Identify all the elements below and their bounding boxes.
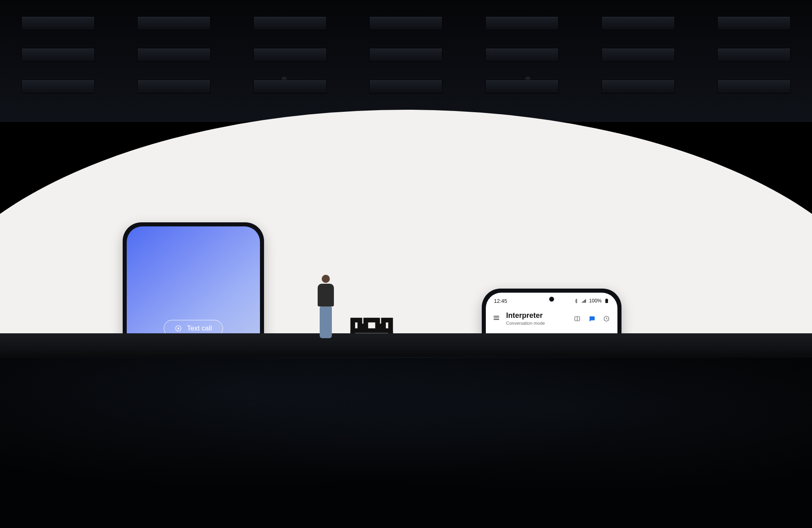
svg-rect-3 bbox=[606, 298, 607, 299]
status-time: 12:45 bbox=[494, 298, 507, 304]
battery-percent: 100% bbox=[589, 298, 602, 304]
svg-rect-2 bbox=[605, 299, 608, 303]
play-circle-icon bbox=[175, 325, 182, 332]
presenter-person bbox=[313, 275, 339, 340]
keynote-stage-photo: Text call Live translate bbox=[0, 0, 812, 528]
dual-pane-icon[interactable] bbox=[573, 314, 582, 323]
phone-mockup-left: Text call Live translate bbox=[123, 222, 264, 337]
battery-icon bbox=[604, 298, 609, 304]
audience-crowd bbox=[0, 358, 812, 528]
phone-mockup-right: 12:45 100% Interpreter Conversation mo bbox=[482, 289, 621, 337]
interpreter-header: Interpreter Conversation mode bbox=[486, 309, 617, 330]
chat-bubble-icon[interactable] bbox=[587, 314, 596, 323]
menu-icon[interactable] bbox=[492, 314, 500, 324]
presentation-screen: Text call Live translate bbox=[0, 110, 812, 337]
app-subtitle: Conversation mode bbox=[506, 321, 545, 326]
bluetooth-icon bbox=[574, 298, 579, 304]
history-icon[interactable] bbox=[602, 314, 611, 323]
app-title: Interpreter bbox=[506, 311, 545, 320]
signal-icon bbox=[581, 298, 587, 304]
venue-ceiling bbox=[0, 0, 812, 122]
text-call-label: Text call bbox=[187, 324, 212, 332]
status-bar: 12:45 100% bbox=[486, 295, 617, 306]
